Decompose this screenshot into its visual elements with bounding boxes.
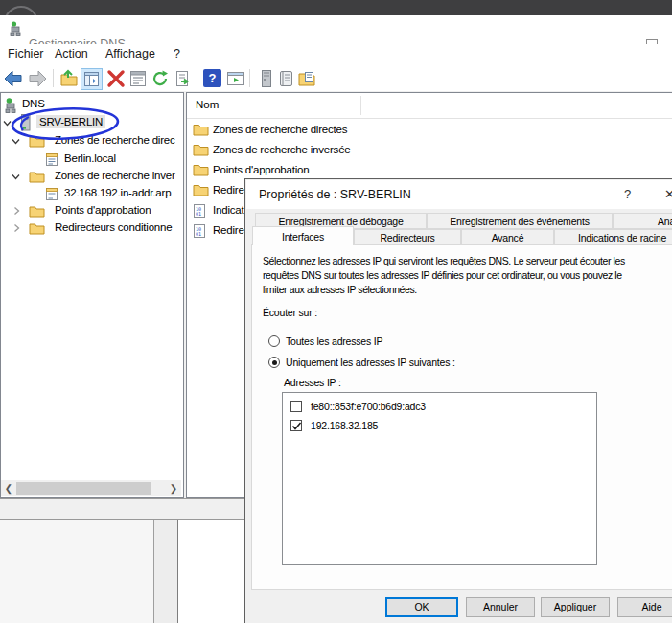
description-line: requêtes DNS sur toutes les adresses IP … xyxy=(263,269,622,281)
column-divider[interactable] xyxy=(360,96,361,115)
tree-item-dns-root[interactable]: DNS xyxy=(1,97,181,114)
console-window-icon[interactable] xyxy=(226,69,245,88)
ok-button[interactable]: OK xyxy=(385,597,458,617)
list-item-label[interactable]: Points d'approbation xyxy=(213,164,310,175)
svg-text:01: 01 xyxy=(196,211,201,217)
list-item-label[interactable]: Zones de recherche inversée xyxy=(213,144,351,155)
tree-label[interactable]: 32.168.192.in-addr.arp xyxy=(64,187,171,198)
tree-label[interactable]: Zones de recherche direc xyxy=(55,134,175,146)
checkbox-checked[interactable] xyxy=(290,420,302,431)
interfaces-tab-page: Sélectionnez les adresses IP qui serviro… xyxy=(251,244,672,590)
cancel-button[interactable]: Annuler xyxy=(466,597,535,617)
radio-only-ip[interactable] xyxy=(268,357,280,368)
checkbox-unchecked[interactable] xyxy=(290,401,302,412)
binary-doc-icon: 10 01 xyxy=(193,223,206,239)
dialog-titlebar: Propriétés de : SRV-BERLIN ? ✕ xyxy=(246,180,672,209)
list-item-label[interactable]: Redire xyxy=(213,184,244,196)
folder-icon xyxy=(29,135,45,148)
background-circle-decoration xyxy=(4,6,38,15)
console-tree-toggle[interactable] xyxy=(81,68,103,90)
tab-interfaces[interactable]: Interfaces xyxy=(252,226,354,245)
properties-icon[interactable] xyxy=(128,69,148,88)
apply-button[interactable]: Appliquer xyxy=(541,597,610,617)
description-line: limiter aux adresses IP sélectionnées. xyxy=(263,284,417,295)
server-tool-icon[interactable] xyxy=(257,69,276,88)
list-header[interactable]: Nom xyxy=(187,93,672,119)
list-item[interactable]: Zones de recherche directes xyxy=(187,121,570,140)
scroll-right-arrow[interactable]: ❯ xyxy=(166,480,181,496)
background-panel xyxy=(154,520,178,623)
tree-item-conditional-forwarders[interactable]: Redirecteurs conditionne xyxy=(1,220,181,238)
back-icon[interactable] xyxy=(4,69,23,88)
tree-item-berlin-local[interactable]: Berlin.local xyxy=(1,151,181,169)
chevron-right-icon[interactable] xyxy=(12,223,21,233)
help-icon[interactable]: ? xyxy=(203,69,221,87)
help-button[interactable]: Aide xyxy=(617,597,672,617)
chevron-down-icon[interactable] xyxy=(12,137,20,146)
zone-icon xyxy=(45,187,58,201)
export-list-icon[interactable] xyxy=(174,69,193,88)
delete-icon[interactable] xyxy=(106,69,126,88)
tree-item-forward-zones[interactable]: Zones de recherche direc xyxy=(1,133,181,150)
tab-analyse[interactable]: Analyse xyxy=(613,213,672,229)
tree-item-trust-points[interactable]: Points d'approbation xyxy=(1,203,181,220)
menu-bar: Fichier Action Affichage ? xyxy=(0,44,672,65)
toolbar: ? xyxy=(0,66,672,92)
menu-action[interactable]: Action xyxy=(55,47,88,60)
radio-all-ip[interactable] xyxy=(268,335,280,347)
tab-redirecteurs[interactable]: Redirecteurs xyxy=(354,229,461,245)
background-window-titlebar xyxy=(0,0,672,15)
copy-folder-icon[interactable] xyxy=(297,69,316,88)
menu-affichage[interactable]: Affichage xyxy=(105,47,155,60)
forward-icon[interactable] xyxy=(28,69,47,88)
tree-label-selected[interactable]: SRV-BERLIN xyxy=(36,115,105,128)
ip-address-listbox[interactable]: fe80::853f:e700:b6d9:adc3 192.168.32.185 xyxy=(282,392,597,565)
radio-only-ip-label[interactable]: Uniquement les adresses IP suivantes : xyxy=(286,357,455,368)
menu-fichier[interactable]: Fichier xyxy=(8,47,44,60)
scroll-left-arrow[interactable]: ❮ xyxy=(1,480,16,496)
tab-enregistrement-evenements[interactable]: Enregistrement des événements xyxy=(427,213,613,229)
ip-addresses-label: Adresses IP : xyxy=(284,377,341,388)
tab-indications-racine[interactable]: Indications de racine xyxy=(554,229,672,245)
folder-icon xyxy=(193,123,209,136)
list-item-label[interactable]: Indicat xyxy=(213,204,243,216)
chevron-down-icon[interactable] xyxy=(12,173,20,181)
ip-address-label[interactable]: 192.168.32.185 xyxy=(311,420,378,431)
chevron-right-icon[interactable] xyxy=(12,206,21,216)
dialog-title: Propriétés de : SRV-BERLIN xyxy=(259,188,411,201)
list-item-label[interactable]: Redire xyxy=(213,224,244,236)
zone-icon xyxy=(45,152,58,167)
tree-label[interactable]: DNS xyxy=(22,98,45,109)
tree-item-reverse-zone-entry[interactable]: 32.168.192.in-addr.arp xyxy=(1,186,181,203)
tree-label[interactable]: Zones de recherche inver xyxy=(55,170,175,181)
folder-icon xyxy=(193,183,209,196)
folder-icon xyxy=(193,143,209,156)
scrollbar-thumb[interactable] xyxy=(16,482,151,495)
list-item[interactable]: Points d'approbation xyxy=(187,161,570,180)
tree-item-reverse-zones[interactable]: Zones de recherche inver xyxy=(1,169,181,186)
dialog-close-icon[interactable]: ✕ xyxy=(664,187,672,201)
column-header-name[interactable]: Nom xyxy=(196,99,219,110)
up-level-icon[interactable] xyxy=(59,69,79,88)
radio-all-ip-label[interactable]: Toutes les adresses IP xyxy=(286,335,382,347)
list-item[interactable]: Zones de recherche inversée xyxy=(187,141,570,160)
description-line: Sélectionnez les adresses IP qui serviro… xyxy=(263,255,625,266)
radio-dot xyxy=(272,360,277,365)
list-item-label[interactable]: Zones de recherche directes xyxy=(213,124,347,135)
folder-icon xyxy=(193,163,209,176)
console-tree-panel: DNS SRV-BERLIN Zones de recherche direc xyxy=(0,92,184,498)
chevron-down-icon[interactable] xyxy=(3,119,12,127)
record-list-icon[interactable] xyxy=(276,69,295,88)
ip-address-label[interactable]: fe80::853f:e700:b6d9:adc3 xyxy=(311,401,426,412)
folder-icon xyxy=(29,205,45,218)
tree-label[interactable]: Berlin.local xyxy=(64,152,116,164)
tab-avance[interactable]: Avancé xyxy=(461,229,554,245)
tree-horizontal-scrollbar[interactable]: ❮ ❯ xyxy=(1,480,181,496)
tree-label[interactable]: Redirecteurs conditionne xyxy=(55,221,172,233)
tree-item-srv-berlin[interactable]: SRV-BERLIN xyxy=(1,115,181,132)
refresh-icon[interactable] xyxy=(151,69,170,88)
menu-help[interactable]: ? xyxy=(174,47,180,60)
tree-label[interactable]: Points d'approbation xyxy=(55,204,151,216)
dialog-help-icon[interactable]: ? xyxy=(624,187,631,201)
listen-on-label: Écouter sur : xyxy=(263,307,317,318)
